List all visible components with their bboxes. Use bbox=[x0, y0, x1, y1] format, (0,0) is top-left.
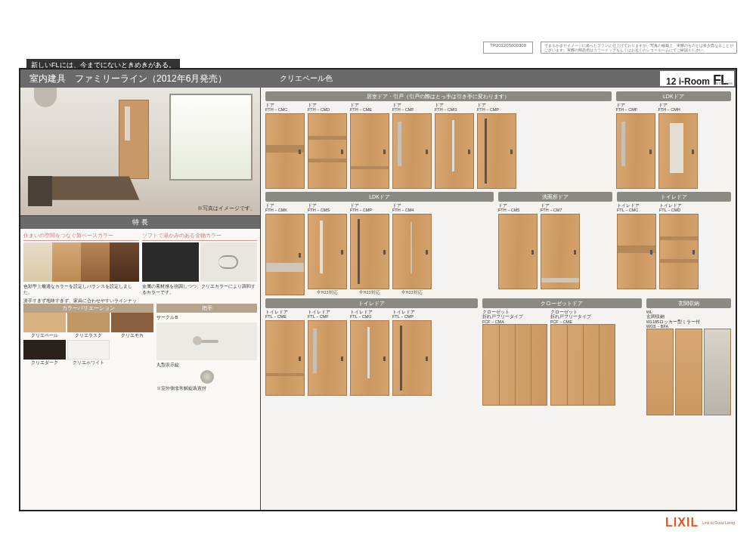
handle-icon bbox=[383, 357, 386, 361]
door-icon bbox=[119, 100, 149, 179]
door-image bbox=[308, 214, 347, 289]
lamp-icon bbox=[34, 88, 57, 107]
door-note: ※H23対応 bbox=[350, 290, 389, 295]
door-image bbox=[350, 113, 389, 189]
cabinet-icon bbox=[646, 329, 674, 415]
handle-icon bbox=[649, 150, 652, 154]
door-label: トイレドアFTL－CMP bbox=[392, 310, 432, 320]
door-item: トイレドアFTL－CME bbox=[265, 310, 305, 396]
door-label: ドアFTH－CM7 bbox=[541, 203, 580, 214]
color-chip: クリエホワイト bbox=[67, 340, 110, 366]
section-header: 洗面所ドア bbox=[498, 192, 612, 202]
handle-icon bbox=[341, 150, 343, 154]
handle-icon bbox=[468, 150, 470, 154]
handle-photo-icon bbox=[142, 242, 199, 282]
brand-sub: Family Line bbox=[713, 81, 733, 85]
door-label: ドアFTH－CMG bbox=[435, 103, 474, 113]
handle-header: 把手 bbox=[156, 304, 257, 313]
closet-item: クローゼット 折れ戸フリータイプ FCF－CMA bbox=[482, 310, 547, 406]
door-image bbox=[265, 320, 305, 396]
handle-note: ※室外側非常解錠装置付 bbox=[156, 385, 257, 392]
section-toilet2: トイレドア トイレドアFTL－CMEトイレドアFTL－CMFトイレドアFTL－C… bbox=[265, 298, 478, 506]
lixil-tagline: Link to Good Living bbox=[702, 520, 735, 525]
hero-caption: ※写真はイメージです。 bbox=[197, 205, 256, 212]
door-item: トイレドアFTL－CMC bbox=[617, 203, 656, 289]
color-variation: カラーバリエーション クリエペールクリエラスククリエモカクリエダーククリエホワイ… bbox=[23, 304, 153, 392]
handle-icon bbox=[383, 150, 386, 154]
door-label: トイレドアFTL－CMC bbox=[617, 203, 656, 214]
main-frame: 室内建具 ファミリーライン（2012年6月発売） クリエペール色 12 i-Ro… bbox=[19, 68, 737, 511]
chip-icon bbox=[23, 340, 66, 360]
left-column: ※写真はイメージです。 特 長 住まいの空間をつなぐ新ベースカラー bbox=[20, 88, 261, 510]
door-item: ドアFTH－CMP bbox=[477, 103, 516, 189]
color-chip: クリエダーク bbox=[23, 340, 66, 366]
hero-image: ※写真はイメージです。 bbox=[20, 88, 260, 216]
handle-icon bbox=[299, 150, 301, 154]
door-item: ドアFTH－CM5 bbox=[498, 203, 538, 289]
section-header: クローゼットドア bbox=[482, 298, 642, 308]
mirror-icon bbox=[704, 329, 731, 415]
knob-icon bbox=[200, 370, 214, 384]
door-image bbox=[658, 113, 698, 189]
door-image bbox=[392, 214, 432, 289]
footer: LIXIL Link to Good Living bbox=[665, 516, 735, 529]
handle-icon bbox=[531, 250, 534, 255]
handle-icon bbox=[426, 150, 428, 154]
door-image bbox=[350, 214, 389, 289]
doc-notice: できるかぎりイメージに添ったプランに仕上げておりますが、写真の植栽上、実際のもの… bbox=[541, 42, 737, 54]
features-panel: 住まいの空間をつなぐ新ベースカラー 色彩学上最適なカラーを設定しバランスを設定し… bbox=[20, 229, 260, 510]
handle-image bbox=[156, 323, 257, 360]
door-image bbox=[477, 113, 516, 189]
door-image bbox=[498, 214, 538, 289]
color-chip: クリエモカ bbox=[111, 313, 153, 338]
door-item: ドアFTH－CMC bbox=[265, 103, 305, 189]
door-image bbox=[435, 113, 474, 189]
chair-icon bbox=[28, 176, 52, 206]
swatch-icon bbox=[81, 242, 110, 282]
swatch-icon bbox=[52, 242, 81, 282]
genkan-unit bbox=[646, 329, 731, 415]
handle-icon bbox=[299, 357, 301, 361]
door-item: ドアFTH－CMD bbox=[308, 103, 347, 189]
door-item: トイレドアFTL－CMG bbox=[350, 310, 389, 396]
door-label: ドアFTH－CM5 bbox=[498, 203, 538, 214]
knob-name: 丸型表示錠 bbox=[156, 362, 257, 369]
door-image bbox=[350, 320, 389, 396]
handle-name: サークルB bbox=[156, 314, 257, 321]
door-image bbox=[265, 214, 305, 295]
handle-icon bbox=[692, 150, 694, 154]
door-image bbox=[308, 113, 347, 189]
brand-badge: 12 i-Room FL Family Line bbox=[660, 71, 734, 86]
section-closet: クローゼットドア クローゼット 折れ戸フリータイプ FCF－CMAクローゼット … bbox=[482, 298, 642, 506]
chip-label: クリエラスク bbox=[67, 332, 110, 338]
door-item: ドアFTH－CM7 bbox=[541, 203, 580, 289]
handle-icon bbox=[426, 357, 428, 361]
door-image bbox=[392, 113, 432, 189]
section-living: 居室ドア・引戸（引戸の際はとっ手は引き手に変わります） ドアFTH－CMCドアF… bbox=[265, 91, 612, 189]
section-ldk2: LDKドア ドアFTH－CMKドアFTH－CMS※H23対応ドアFTH－CMP※… bbox=[265, 192, 494, 295]
chip-icon bbox=[111, 313, 153, 332]
swatch-icon bbox=[23, 242, 52, 282]
door-item: ドアFTH－CMK bbox=[265, 203, 305, 295]
door-label: ドアFTH－CMF bbox=[616, 103, 655, 113]
handle-icon bbox=[341, 250, 343, 255]
section-header: 居室ドア・引戸（引戸の際はとっ手は引き手に変わります） bbox=[265, 91, 612, 101]
feature-text: 金属の素材感を強調しつつ、クリエカラーにより調和するカラーです。 bbox=[142, 284, 258, 296]
page-title: 室内建具 ファミリーライン（2012年6月発売） bbox=[20, 73, 227, 85]
feature-text: 色彩学上最適なカラーを設定しバランスを設定しました。 bbox=[23, 284, 139, 296]
handle-icon bbox=[692, 250, 695, 255]
door-item: トイレドアFTL－CMP bbox=[392, 310, 432, 396]
handle-icon bbox=[574, 250, 576, 255]
handle-icon bbox=[383, 250, 386, 255]
door-image bbox=[541, 214, 580, 289]
door-item: ドアFTH－CMP※H23対応 bbox=[350, 203, 389, 295]
section-header: トイレドア bbox=[617, 192, 731, 202]
features-header: 特 長 bbox=[20, 216, 260, 229]
door-item: ドアFTH－CM4※H23対応 bbox=[392, 203, 432, 295]
top-meta: TP201205000308 できるかぎりイメージに添ったプランに仕上げておりま… bbox=[483, 42, 737, 54]
feature-title: ソフトで温かみのある金物カラー bbox=[142, 232, 258, 241]
handle-icon bbox=[299, 253, 301, 258]
chip-label: クリエモカ bbox=[111, 332, 153, 338]
feature-basecolor: 住まいの空間をつなぐ新ベースカラー 色彩学上最適なカラーを設定しバランスを設定し… bbox=[23, 232, 139, 301]
color-chip: クリエペール bbox=[23, 313, 66, 338]
